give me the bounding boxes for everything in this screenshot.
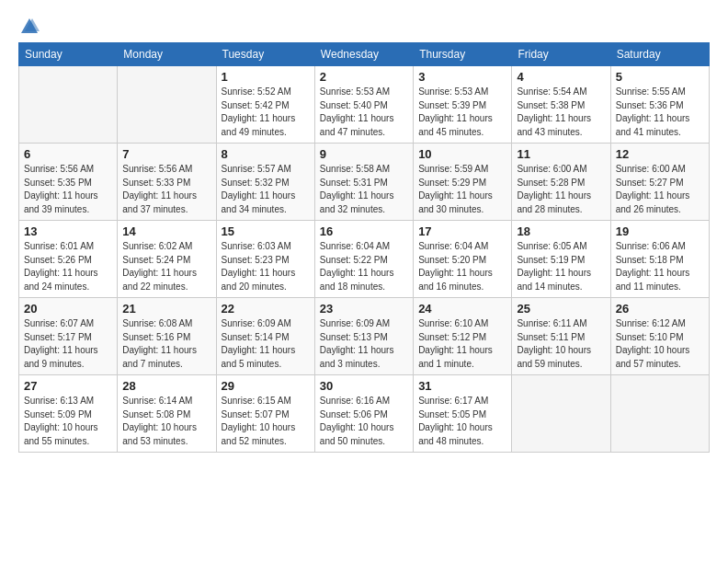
calendar-cell: 24Sunrise: 6:10 AM Sunset: 5:12 PM Dayli… [414,298,512,375]
day-number: 2 [320,70,408,84]
calendar-cell: 16Sunrise: 6:04 AM Sunset: 5:22 PM Dayli… [314,221,413,298]
calendar-cell: 28Sunrise: 6:14 AM Sunset: 5:08 PM Dayli… [118,375,216,453]
day-info: Sunrise: 6:09 AM Sunset: 5:13 PM Dayligh… [320,317,408,371]
day-number: 28 [122,379,210,393]
day-info: Sunrise: 5:59 AM Sunset: 5:29 PM Dayligh… [418,163,506,216]
day-info: Sunrise: 6:06 AM Sunset: 5:18 PM Dayligh… [616,240,704,293]
day-number: 30 [320,379,408,393]
header [18,17,710,33]
calendar-cell: 5Sunrise: 5:55 AM Sunset: 5:36 PM Daylig… [610,66,709,144]
calendar-cell [118,66,216,144]
calendar-week-row: 1Sunrise: 5:52 AM Sunset: 5:42 PM Daylig… [19,66,710,144]
day-info: Sunrise: 6:01 AM Sunset: 5:26 PM Dayligh… [24,240,112,293]
calendar-cell: 7Sunrise: 5:56 AM Sunset: 5:33 PM Daylig… [118,144,216,221]
day-number: 21 [122,302,210,316]
day-number: 31 [418,379,506,393]
calendar-cell: 8Sunrise: 5:57 AM Sunset: 5:32 PM Daylig… [216,144,314,221]
calendar-cell: 22Sunrise: 6:09 AM Sunset: 5:14 PM Dayli… [216,298,314,375]
calendar-cell: 12Sunrise: 6:00 AM Sunset: 5:27 PM Dayli… [610,144,709,221]
day-number: 18 [517,224,605,238]
calendar-week-row: 27Sunrise: 6:13 AM Sunset: 5:09 PM Dayli… [19,375,710,453]
day-number: 16 [320,224,408,238]
day-info: Sunrise: 6:13 AM Sunset: 5:09 PM Dayligh… [24,395,112,448]
calendar-cell: 20Sunrise: 6:07 AM Sunset: 5:17 PM Dayli… [19,298,118,375]
day-info: Sunrise: 6:02 AM Sunset: 5:24 PM Dayligh… [122,240,210,293]
day-info: Sunrise: 6:14 AM Sunset: 5:08 PM Dayligh… [122,395,210,448]
calendar-cell: 17Sunrise: 6:04 AM Sunset: 5:20 PM Dayli… [414,221,512,298]
calendar-cell: 11Sunrise: 6:00 AM Sunset: 5:28 PM Dayli… [512,144,610,221]
day-number: 3 [418,70,506,84]
day-number: 8 [222,147,310,161]
day-info: Sunrise: 6:16 AM Sunset: 5:06 PM Dayligh… [320,395,408,448]
day-number: 14 [122,224,210,238]
calendar-cell: 15Sunrise: 6:03 AM Sunset: 5:23 PM Dayli… [216,221,314,298]
day-info: Sunrise: 6:09 AM Sunset: 5:14 PM Dayligh… [222,317,310,371]
calendar-cell: 10Sunrise: 5:59 AM Sunset: 5:29 PM Dayli… [414,144,512,221]
day-number: 13 [24,224,112,238]
day-info: Sunrise: 6:15 AM Sunset: 5:07 PM Dayligh… [222,395,310,448]
day-number: 11 [517,147,605,161]
day-number: 27 [24,379,112,393]
day-number: 9 [320,147,408,161]
day-info: Sunrise: 6:04 AM Sunset: 5:22 PM Dayligh… [320,240,408,293]
day-info: Sunrise: 5:53 AM Sunset: 5:40 PM Dayligh… [320,86,408,139]
weekday-sunday: Sunday [19,43,118,66]
day-info: Sunrise: 6:17 AM Sunset: 5:05 PM Dayligh… [418,395,506,448]
day-info: Sunrise: 6:00 AM Sunset: 5:28 PM Dayligh… [517,163,605,216]
calendar-cell: 4Sunrise: 5:54 AM Sunset: 5:38 PM Daylig… [512,66,610,144]
calendar-week-row: 20Sunrise: 6:07 AM Sunset: 5:17 PM Dayli… [19,298,710,375]
day-info: Sunrise: 6:04 AM Sunset: 5:20 PM Dayligh… [418,240,506,293]
day-number: 6 [24,147,112,161]
calendar-cell: 1Sunrise: 5:52 AM Sunset: 5:42 PM Daylig… [216,66,314,144]
day-number: 5 [616,70,704,84]
day-number: 26 [616,302,704,316]
calendar-cell: 30Sunrise: 6:16 AM Sunset: 5:06 PM Dayli… [314,375,413,453]
day-info: Sunrise: 6:03 AM Sunset: 5:23 PM Dayligh… [222,240,310,293]
day-info: Sunrise: 5:56 AM Sunset: 5:35 PM Dayligh… [24,163,112,216]
page: SundayMondayTuesdayWednesdayThursdayFrid… [0,0,728,563]
calendar-cell [512,375,610,453]
day-number: 25 [517,302,605,316]
calendar-cell [610,375,709,453]
day-number: 23 [320,302,408,316]
weekday-header-row: SundayMondayTuesdayWednesdayThursdayFrid… [19,43,710,66]
calendar-cell: 27Sunrise: 6:13 AM Sunset: 5:09 PM Dayli… [19,375,118,453]
day-info: Sunrise: 5:52 AM Sunset: 5:42 PM Dayligh… [222,86,310,139]
day-number: 22 [222,302,310,316]
day-number: 7 [122,147,210,161]
calendar-week-row: 6Sunrise: 5:56 AM Sunset: 5:35 PM Daylig… [19,144,710,221]
calendar: SundayMondayTuesdayWednesdayThursdayFrid… [18,42,710,453]
calendar-cell: 29Sunrise: 6:15 AM Sunset: 5:07 PM Dayli… [216,375,314,453]
day-number: 19 [616,224,704,238]
weekday-wednesday: Wednesday [314,43,413,66]
calendar-cell: 23Sunrise: 6:09 AM Sunset: 5:13 PM Dayli… [314,298,413,375]
calendar-cell: 6Sunrise: 5:56 AM Sunset: 5:35 PM Daylig… [19,144,118,221]
day-number: 1 [222,70,310,84]
calendar-cell: 19Sunrise: 6:06 AM Sunset: 5:18 PM Dayli… [610,221,709,298]
day-info: Sunrise: 5:57 AM Sunset: 5:32 PM Dayligh… [222,163,310,216]
day-info: Sunrise: 5:55 AM Sunset: 5:36 PM Dayligh… [616,86,704,139]
calendar-week-row: 13Sunrise: 6:01 AM Sunset: 5:26 PM Dayli… [19,221,710,298]
day-number: 29 [222,379,310,393]
logo-icon [19,17,40,37]
calendar-cell: 14Sunrise: 6:02 AM Sunset: 5:24 PM Dayli… [118,221,216,298]
day-info: Sunrise: 6:05 AM Sunset: 5:19 PM Dayligh… [517,240,605,293]
weekday-tuesday: Tuesday [216,43,314,66]
weekday-monday: Monday [118,43,216,66]
logo [18,17,40,33]
calendar-cell: 21Sunrise: 6:08 AM Sunset: 5:16 PM Dayli… [118,298,216,375]
calendar-cell: 13Sunrise: 6:01 AM Sunset: 5:26 PM Dayli… [19,221,118,298]
day-number: 4 [517,70,605,84]
weekday-thursday: Thursday [414,43,512,66]
day-number: 17 [418,224,506,238]
calendar-cell: 18Sunrise: 6:05 AM Sunset: 5:19 PM Dayli… [512,221,610,298]
day-info: Sunrise: 5:58 AM Sunset: 5:31 PM Dayligh… [320,163,408,216]
day-info: Sunrise: 6:08 AM Sunset: 5:16 PM Dayligh… [122,317,210,371]
day-info: Sunrise: 6:00 AM Sunset: 5:27 PM Dayligh… [616,163,704,216]
day-info: Sunrise: 5:53 AM Sunset: 5:39 PM Dayligh… [418,86,506,139]
calendar-cell: 26Sunrise: 6:12 AM Sunset: 5:10 PM Dayli… [610,298,709,375]
calendar-cell: 2Sunrise: 5:53 AM Sunset: 5:40 PM Daylig… [314,66,413,144]
day-number: 20 [24,302,112,316]
day-info: Sunrise: 6:07 AM Sunset: 5:17 PM Dayligh… [24,317,112,371]
calendar-cell: 3Sunrise: 5:53 AM Sunset: 5:39 PM Daylig… [414,66,512,144]
